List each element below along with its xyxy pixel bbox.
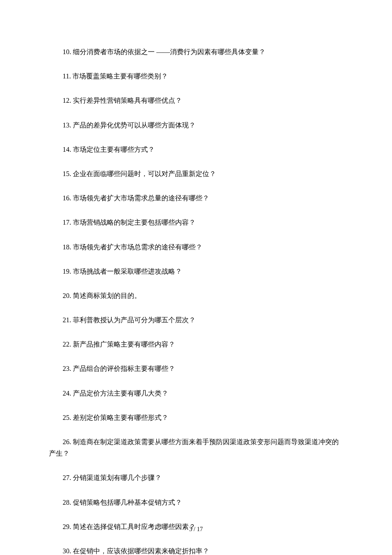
question-text: 产品组合的评价指标主要有哪些？: [73, 365, 175, 372]
question-item: 15. 企业在面临哪些问题时，可以对产品重新定位？: [49, 168, 343, 179]
question-text: 菲利普教授认为产品可分为哪五个层次？: [73, 316, 196, 324]
question-text: 企业在面临哪些问题时，可以对产品重新定位？: [73, 170, 216, 177]
question-item: 11. 市场覆盖策略主要有哪些类别？: [49, 70, 343, 82]
question-text: 市场定位主要有哪些方式？: [73, 146, 155, 153]
question-item: 16. 市场领先者扩大市场需求总量的途径有哪些？: [49, 192, 343, 204]
question-item: 22. 新产品推广策略主要有哪些内容？: [49, 338, 343, 350]
question-text: 细分消费者市场的依据之一 ——消费行为因素有哪些具体变量？: [73, 48, 265, 55]
question-item: 13. 产品的差异化优势可以从哪些方面体现？: [49, 119, 343, 131]
question-number: 17.: [63, 219, 71, 226]
question-number: 25.: [63, 414, 71, 421]
question-item: 25. 差别定价策略主要有哪些形式？: [49, 412, 343, 423]
question-item: 27. 分销渠道策划有哪几个步骤？: [49, 472, 343, 483]
question-item: 10. 细分消费者市场的依据之一 ——消费行为因素有哪些具体变量？: [49, 46, 343, 58]
page-current: 3: [189, 526, 192, 532]
question-item: 12. 实行差异性营销策略具有哪些优点？: [49, 95, 343, 106]
question-number: 30.: [63, 547, 71, 555]
page-footer: 3 / 17: [0, 526, 392, 533]
question-text: 产品的差异化优势可以从哪些方面体现？: [73, 121, 196, 129]
question-number: 15.: [63, 170, 71, 177]
question-text: 促销策略包括哪几种基本促销方式？: [73, 499, 182, 506]
question-text: 简述商标策划的目的。: [73, 292, 141, 299]
question-number: 22.: [63, 341, 71, 348]
question-item: 20. 简述商标策划的目的。: [49, 290, 343, 301]
question-number: 16.: [63, 194, 71, 202]
question-number: 11.: [63, 72, 71, 80]
question-number: 13.: [63, 121, 71, 129]
question-number: 18.: [63, 243, 71, 251]
question-number: 12.: [63, 97, 71, 104]
question-item: 17. 市场营销战略的制定主要包括哪些内容？: [49, 217, 343, 228]
question-item: 23. 产品组合的评价指标主要有哪些？: [49, 363, 343, 374]
page-separator: /: [192, 526, 197, 532]
page-total: 17: [197, 526, 203, 532]
question-item: 21. 菲利普教授认为产品可分为哪五个层次？: [49, 314, 343, 326]
question-item: 28. 促销策略包括哪几种基本促销方式？: [49, 497, 343, 508]
question-text: 产品定价方法主要有哪几大类？: [73, 390, 168, 397]
question-item: 18. 市场领先者扩大市场总需求的途径有哪些？: [49, 241, 343, 253]
question-text: 市场营销战略的制定主要包括哪些内容？: [73, 219, 196, 226]
question-number: 26.: [63, 438, 71, 445]
question-item: 14. 市场定位主要有哪些方式？: [49, 144, 343, 155]
question-text: 市场领先者扩大市场需求总量的途径有哪些？: [73, 194, 209, 202]
question-number: 19.: [63, 268, 71, 275]
question-number: 28.: [63, 499, 71, 506]
question-text: 分销渠道策划有哪几个步骤？: [73, 474, 161, 481]
question-number: 27.: [63, 474, 71, 481]
question-number: 23.: [63, 365, 71, 372]
question-number: 20.: [63, 292, 71, 299]
question-number: 10.: [63, 48, 71, 55]
question-text: 市场覆盖策略主要有哪些类别？: [72, 72, 168, 80]
question-list: 10. 细分消费者市场的依据之一 ——消费行为因素有哪些具体变量？11. 市场覆…: [49, 46, 343, 555]
question-number: 14.: [63, 146, 71, 153]
question-text: 制造商在制定渠道政策需要从哪些方面来着手预防因渠道政策变形问题而导致渠道冲突的产…: [49, 438, 339, 457]
question-item: 24. 产品定价方法主要有哪几大类？: [49, 387, 343, 399]
question-item: 26. 制造商在制定渠道政策需要从哪些方面来着手预防因渠道政策变形问题而导致渠道…: [49, 436, 343, 459]
question-text: 在促销中，应该依据哪些因素来确定折扣率？: [73, 547, 209, 555]
question-text: 市场挑战者一般采取哪些进攻战略？: [73, 268, 182, 275]
question-item: 30. 在促销中，应该依据哪些因素来确定折扣率？: [49, 545, 343, 555]
question-text: 市场领先者扩大市场总需求的途径有哪些？: [73, 243, 202, 251]
question-text: 差别定价策略主要有哪些形式？: [73, 414, 168, 421]
question-text: 实行差异性营销策略具有哪些优点？: [73, 97, 182, 104]
question-number: 24.: [63, 390, 71, 397]
question-item: 19. 市场挑战者一般采取哪些进攻战略？: [49, 266, 343, 277]
question-number: 21.: [63, 316, 71, 324]
question-text: 新产品推广策略主要有哪些内容？: [73, 341, 175, 348]
